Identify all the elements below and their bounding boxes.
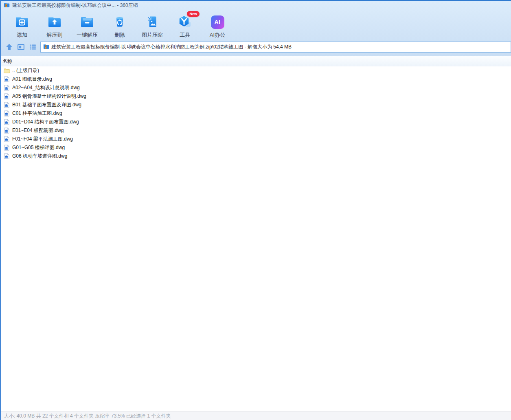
- dwg-file-icon: [3, 76, 10, 83]
- zip-archive-icon: [43, 43, 49, 51]
- address-row: 建筑安装工程最高投标限价编制-以邛崃会议中心给排水和消防工程为例.zip\02结…: [1, 41, 511, 56]
- one-click-extract-button[interactable]: 一键解压: [71, 11, 103, 40]
- list-item[interactable]: A01 图纸目录.dwg: [1, 75, 511, 84]
- tools-hexagon-icon: New: [177, 13, 193, 31]
- list-item[interactable]: A02~A04_结构设计总说明.dwg: [1, 84, 511, 92]
- ai-office-icon: AI: [209, 13, 226, 31]
- tools-button[interactable]: New 工具: [169, 11, 201, 40]
- delete-trash-icon: [112, 13, 128, 31]
- new-badge: New: [187, 11, 200, 17]
- list-item[interactable]: G01~G05 楼梯详图.dwg: [1, 143, 511, 152]
- image-compress-button[interactable]: 图片压缩: [136, 11, 169, 40]
- dwg-file-icon: [3, 110, 10, 117]
- list-view-icon: [29, 43, 37, 51]
- extract-to-button[interactable]: 解压到: [38, 11, 71, 40]
- folder-icon: [3, 68, 10, 74]
- file-name: B01 基础平面布置图及详图.dwg: [12, 101, 81, 108]
- list-item[interactable]: .. (上级目录): [1, 66, 511, 75]
- dwg-file-icon: [3, 128, 10, 134]
- delete-button[interactable]: 删除: [103, 11, 136, 40]
- file-name: A02~A04_结构设计总说明.dwg: [12, 84, 80, 91]
- dwg-file-icon: [3, 119, 10, 125]
- toolbar: 添加 解压到: [1, 10, 511, 41]
- file-name: A05 钢骨混凝土结构设计说明.dwg: [12, 93, 86, 100]
- one-click-extract-button-label: 一键解压: [77, 31, 98, 39]
- list-item[interactable]: B01 基础平面布置图及详图.dwg: [1, 101, 511, 109]
- image-compress-icon: [144, 13, 160, 31]
- image-compress-button-label: 图片压缩: [142, 31, 163, 39]
- file-name: A01 图纸目录.dwg: [12, 76, 52, 83]
- file-name: D01~D04 结构平面布置图.dwg: [12, 119, 79, 125]
- dwg-file-icon: [3, 136, 10, 143]
- window-chrome: 建筑安装工程最高投标限价编制-以邛崃会议中... - 360压缩 添加: [1, 1, 511, 56]
- extract-to-button-label: 解压到: [47, 31, 63, 39]
- column-header-name[interactable]: 名称: [1, 56, 511, 66]
- extract-to-folder-icon: [46, 13, 63, 31]
- dwg-file-icon: [3, 153, 10, 160]
- file-name: C01 柱平法施工图.dwg: [12, 110, 62, 117]
- file-name: G01~G05 楼梯详图.dwg: [12, 144, 65, 151]
- list-view-button[interactable]: [29, 43, 37, 51]
- delete-button-label: 删除: [114, 31, 125, 39]
- tools-button-label: 工具: [180, 31, 190, 39]
- dwg-file-icon: [3, 145, 10, 151]
- file-name: G06 机动车坡道详图.dwg: [12, 153, 67, 160]
- file-list: .. (上级目录) A01 图纸目录.dwg A02~A04_结构设计总说明.d…: [1, 66, 511, 411]
- list-item[interactable]: F01~F04 梁平法施工图.dwg: [1, 135, 511, 143]
- dwg-file-icon: [3, 102, 10, 108]
- file-name: .. (上级目录): [12, 67, 39, 74]
- list-panel: 名称 .. (上级目录) A01 图纸目录.dwg A02~A04_结构设计总说…: [1, 56, 511, 411]
- up-directory-button[interactable]: [5, 43, 13, 51]
- titlebar: 建筑安装工程最高投标限价编制-以邛崃会议中... - 360压缩: [1, 1, 511, 10]
- ai-office-button-label: AI办公: [210, 31, 225, 39]
- view-panel-button[interactable]: [17, 43, 25, 51]
- column-header-label: 名称: [2, 58, 12, 65]
- address-path: 建筑安装工程最高投标限价编制-以邛崃会议中心给排水和消防工程为例.zip\02结…: [51, 44, 292, 51]
- dwg-file-icon: [3, 93, 10, 100]
- address-bar[interactable]: 建筑安装工程最高投标限价编制-以邛崃会议中心给排水和消防工程为例.zip\02结…: [40, 42, 511, 53]
- window-title: 建筑安装工程最高投标限价编制-以邛崃会议中... - 360压缩: [12, 2, 138, 9]
- ai-office-button[interactable]: AI AI办公: [201, 11, 234, 40]
- file-name: E01~E04 板配筋图.dwg: [12, 127, 64, 134]
- list-item[interactable]: C01 柱平法施工图.dwg: [1, 109, 511, 118]
- add-folder-icon: [14, 13, 30, 31]
- dwg-file-icon: [3, 85, 10, 91]
- ai-office-icon-text: AI: [211, 15, 224, 29]
- panel-view-icon: [17, 43, 25, 51]
- up-arrow-icon: [5, 43, 13, 51]
- list-item[interactable]: E01~E04 板配筋图.dwg: [1, 126, 511, 135]
- nav-icons: [5, 43, 37, 51]
- app-window: 建筑安装工程最高投标限价编制-以邛崃会议中... - 360压缩 添加: [0, 0, 511, 420]
- statusbar: 大小: 40.0 MB 共 22 个文件和 4 个文件夹 压缩率 73.5% 已…: [1, 411, 511, 420]
- file-name: F01~F04 梁平法施工图.dwg: [12, 136, 73, 143]
- add-button-label: 添加: [17, 31, 27, 39]
- list-item[interactable]: A05 钢骨混凝土结构设计说明.dwg: [1, 92, 511, 101]
- add-button[interactable]: 添加: [6, 11, 38, 40]
- list-item[interactable]: D01~D04 结构平面布置图.dwg: [1, 118, 511, 126]
- zip-app-icon: [4, 2, 10, 9]
- one-click-extract-folder-icon: [79, 13, 95, 31]
- list-item[interactable]: G06 机动车坡道详图.dwg: [1, 152, 511, 161]
- status-text: 大小: 40.0 MB 共 22 个文件和 4 个文件夹 压缩率 73.5% 已…: [4, 413, 171, 420]
